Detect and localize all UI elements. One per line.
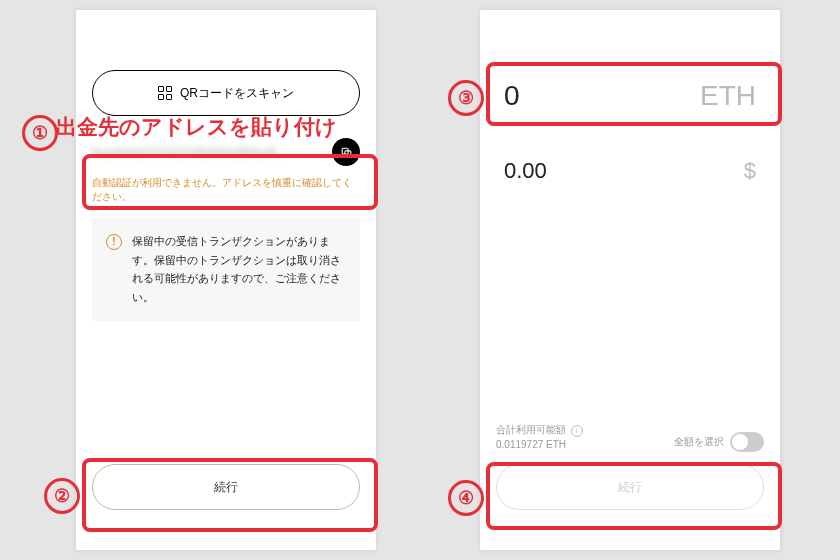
address-input-row[interactable]: 0xae9cRa8707b32G9B3583afB0faaB…: [92, 134, 360, 170]
fiat-unit: $: [744, 158, 756, 184]
annotation-marker-2: ②: [44, 478, 80, 514]
copy-icon: [340, 146, 353, 159]
annotation-marker-3: ③: [448, 80, 484, 116]
select-all-label: 全額を選択: [674, 435, 724, 449]
continue-label: 続行: [618, 479, 642, 496]
qr-scan-button[interactable]: QRコードをスキャン: [92, 70, 360, 116]
select-all-row: 全額を選択: [674, 432, 764, 452]
amount-unit: ETH: [700, 80, 756, 112]
continue-label: 続行: [214, 479, 238, 496]
balance-row: 合計利用可能額 i 0.0119727 ETH 全額を選択: [496, 422, 764, 452]
annotation-marker-1: ①: [22, 115, 58, 151]
paste-button[interactable]: [332, 138, 360, 166]
balance-info: 合計利用可能額 i 0.0119727 ETH: [496, 422, 583, 452]
qr-icon: [158, 86, 172, 100]
fiat-value: 0.00: [504, 158, 547, 184]
info-icon[interactable]: i: [571, 425, 583, 437]
qr-scan-label: QRコードをスキャン: [180, 85, 294, 102]
amount-value: 0: [504, 80, 520, 112]
balance-label: 合計利用可能額: [496, 424, 566, 435]
amount-input-row[interactable]: 0 ETH: [504, 70, 756, 122]
warning-icon: !: [106, 234, 122, 250]
pending-tx-info: ! 保留中の受信トランザクションがあります。保留中のトランザクションは取り消され…: [92, 218, 360, 321]
continue-button[interactable]: 続行: [92, 464, 360, 510]
pending-tx-text: 保留中の受信トランザクションがあります。保留中のトランザクションは取り消される可…: [132, 232, 346, 307]
withdraw-address-screen: QRコードをスキャン 0xae9cRa8707b32G9B3583afB0faa…: [76, 10, 376, 550]
select-all-toggle[interactable]: [730, 432, 764, 452]
address-value: 0xae9cRa8707b32G9B3583afB0faaB…: [92, 146, 324, 158]
withdraw-amount-screen: 0 ETH 0.00 $ 合計利用可能額 i 0.0119727 ETH 全額を…: [480, 10, 780, 550]
address-warning: 自動認証が利用できません。アドレスを慎重に確認してください。: [92, 176, 360, 204]
continue-button[interactable]: 続行: [496, 464, 764, 510]
balance-value: 0.0119727 ETH: [496, 437, 583, 452]
fiat-row: 0.00 $: [504, 158, 756, 184]
annotation-marker-4: ④: [448, 480, 484, 516]
